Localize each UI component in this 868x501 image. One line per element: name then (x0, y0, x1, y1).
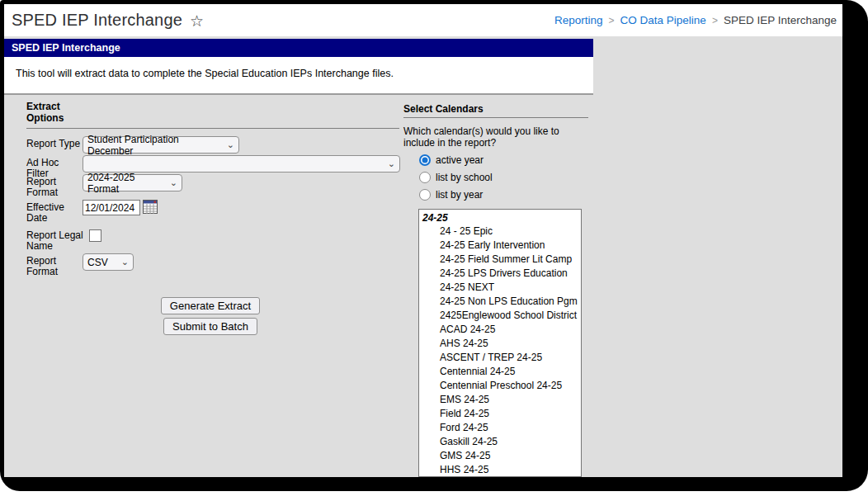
report-type-row: Report Type Student Participation Decemb… (26, 136, 239, 154)
tool-header-panel: SPED IEP Interchange This tool will extr… (4, 39, 593, 95)
calendar-option[interactable]: EMS 24-25 (419, 393, 581, 407)
calendar-option[interactable]: Gaskill 24-25 (419, 435, 581, 449)
radio-list-by-school-label: list by school (436, 172, 493, 183)
report-format-file-select[interactable]: CSV (83, 253, 134, 271)
submit-to-batch-button[interactable]: Submit to Batch (163, 318, 257, 335)
calendar-option[interactable]: AHS 24-25 (419, 337, 581, 351)
action-buttons: Generate Extract Submit to Batch (136, 297, 285, 335)
radio-button-icon[interactable] (419, 189, 431, 201)
report-format-year-row: Report Format 2024-2025 Format (26, 174, 182, 198)
calendar-option[interactable]: 24-25 LPS Drivers Education (419, 267, 581, 281)
report-format-year-value: 2024-2025 Format (87, 172, 167, 195)
tool-title-bar: SPED IEP Interchange (4, 39, 593, 57)
report-format-file-row: Report Format CSV (26, 253, 134, 277)
calendar-option[interactable]: 24 - 25 Epic (419, 225, 581, 239)
select-calendars-heading: Select Calendars (403, 103, 484, 115)
calendar-group-header[interactable]: 24-25 (419, 210, 581, 225)
breadcrumb: Reporting>CO Data Pipeline>SPED IEP Inte… (554, 14, 842, 26)
ad-hoc-filter-select[interactable] (83, 155, 400, 173)
effective-date-row: Effective Date (26, 200, 158, 224)
app-header: SPED IEP Interchange ☆ Reporting>CO Data… (4, 4, 842, 36)
report-format-file-value: CSV (87, 257, 108, 268)
radio-list-by-year-label: list by year (436, 189, 483, 201)
report-type-select[interactable]: Student Participation December (83, 136, 239, 154)
radio-button-icon[interactable] (419, 154, 431, 166)
report-legal-name-label: Report Legal Name (26, 228, 89, 252)
breadcrumb-reporting[interactable]: Reporting (554, 14, 603, 26)
calendar-option[interactable]: GMS 24-25 (419, 449, 581, 463)
report-legal-name-checkbox[interactable] (89, 229, 101, 242)
effective-date-wrap (83, 200, 158, 224)
effective-date-label: Effective Date (26, 200, 83, 224)
breadcrumb-sped-iep-interchange: SPED IEP Interchange (724, 14, 837, 26)
generate-extract-button[interactable]: Generate Extract (161, 297, 260, 314)
calendar-option[interactable]: 24-25 Early Intervention (419, 239, 581, 253)
radio-button-icon[interactable] (419, 172, 431, 183)
page-title-wrap: SPED IEP Interchange ☆ (4, 11, 204, 30)
calendar-option[interactable]: ASCENT / TREP 24-25 (419, 351, 581, 365)
screenshot-canvas: SPED IEP Interchange ☆ Reporting>CO Data… (0, 0, 868, 501)
calendar-option[interactable]: Ford 24-25 (419, 421, 581, 435)
report-format-year-label: Report Format (26, 174, 83, 198)
favorite-star-icon[interactable]: ☆ (190, 12, 204, 29)
breadcrumb-separator-icon: > (712, 15, 718, 26)
report-legal-name-row: Report Legal Name (26, 228, 101, 252)
radio-active-year[interactable]: active year (419, 154, 484, 166)
calendar-option[interactable]: 2425Englewood School District (419, 309, 581, 323)
calendar-option[interactable]: 24-25 Field Summer Lit Camp (419, 253, 581, 267)
calendar-icon (143, 200, 158, 215)
calendar-listbox[interactable]: 24-2524 - 25 Epic24-25 Early Interventio… (418, 209, 582, 477)
extract-options-divider (26, 128, 399, 129)
window-frame: SPED IEP Interchange ☆ Reporting>CO Data… (0, 0, 868, 491)
select-calendars-divider (403, 117, 588, 118)
calendar-option[interactable]: 24-25 Non LPS Education Pgm (419, 295, 581, 309)
calendar-option[interactable]: ACAD 24-25 (419, 323, 581, 337)
extract-options-heading: Extract Options (26, 101, 76, 124)
report-type-label: Report Type (26, 136, 83, 154)
page-title: SPED IEP Interchange (12, 11, 182, 30)
calendar-picker-button[interactable] (143, 200, 158, 215)
radio-list-by-school[interactable]: list by school (419, 172, 493, 183)
breadcrumb-co-data-pipeline[interactable]: CO Data Pipeline (620, 14, 706, 26)
calendar-option[interactable]: 24-25 NEXT (419, 281, 581, 295)
calendar-option[interactable]: Centennial 24-25 (419, 365, 581, 379)
breadcrumb-separator-icon: > (609, 15, 615, 26)
report-format-file-label: Report Format (26, 253, 83, 277)
effective-date-input[interactable] (83, 200, 140, 215)
report-type-value: Student Participation December (87, 134, 224, 157)
calendar-option[interactable]: Field 24-25 (419, 407, 581, 421)
page-background: SPED IEP Interchange ☆ Reporting>CO Data… (4, 4, 842, 477)
calendar-question: Which calendar(s) would you like to incl… (403, 125, 593, 149)
radio-list-by-year[interactable]: list by year (419, 189, 483, 201)
tool-description: This tool will extract data to complete … (4, 57, 593, 79)
report-format-year-select[interactable]: 2024-2025 Format (83, 174, 182, 191)
radio-active-year-label: active year (436, 154, 484, 166)
calendar-option[interactable]: Centennial Preschool 24-25 (419, 379, 581, 393)
calendar-option[interactable]: HHS 24-25 (419, 463, 581, 477)
